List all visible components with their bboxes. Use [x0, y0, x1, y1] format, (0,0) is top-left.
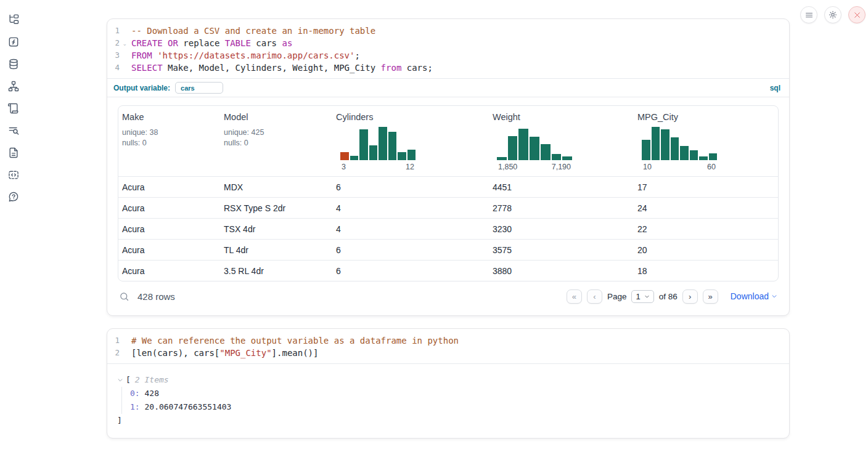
weight-histogram: 1,8507,190 — [497, 127, 572, 171]
histogram-bar[interactable] — [388, 132, 397, 160]
histogram-bar[interactable] — [340, 152, 349, 161]
table-row[interactable]: AcuraRSX Type S 2dr4277824 — [118, 197, 778, 218]
histogram-bar[interactable] — [661, 129, 669, 160]
column-mpg-city: MPG_City 1060 — [634, 112, 778, 171]
histogram-bar[interactable] — [508, 136, 518, 160]
histogram-bar[interactable] — [359, 129, 368, 160]
histogram-bar[interactable] — [690, 150, 698, 160]
histogram-bar[interactable] — [407, 150, 416, 160]
marimo-notebook: 1-- Download a CSV and create an in-memo… — [0, 0, 868, 449]
histogram-bar[interactable] — [709, 153, 718, 160]
histogram-bar[interactable] — [642, 140, 650, 160]
prev-page-button[interactable]: ‹ — [587, 289, 602, 304]
cylinders-histogram: 312 — [340, 127, 416, 171]
histogram-bar[interactable] — [518, 129, 528, 160]
sql-code-editor[interactable]: 1-- Download a CSV and create an in-memo… — [107, 19, 789, 78]
line-number: 1 — [107, 334, 126, 347]
table-row[interactable]: Acura3.5 RL 4dr6388018 — [118, 260, 778, 281]
histogram-bar[interactable] — [379, 127, 387, 160]
histogram-bar[interactable] — [552, 154, 562, 160]
histogram-bar[interactable] — [652, 127, 660, 160]
histogram-bar[interactable] — [530, 137, 539, 160]
scroll-icon[interactable] — [6, 101, 21, 116]
code-line[interactable]: 2⌄CREATE OR replace TABLE cars as — [107, 37, 789, 49]
table-row[interactable]: AcuraMDX6445117 — [118, 176, 778, 197]
page-select[interactable]: 1 — [631, 290, 653, 303]
code-token — [163, 38, 168, 48]
column-header-label[interactable]: Cylinders — [336, 112, 489, 122]
code-line[interactable]: 3FROM 'https://datasets.marimo.app/cars.… — [107, 49, 789, 62]
code-token: FROM — [131, 51, 152, 60]
code-token: [len(cars), cars[ — [131, 348, 219, 358]
column-weight: Weight 1,8507,190 — [489, 112, 634, 171]
table-row[interactable]: AcuraTL 4dr6357520 — [118, 239, 778, 260]
table-cell: Acura — [118, 245, 220, 255]
code-text: [len(cars), cars["MPG_City"].mean()] — [126, 347, 318, 359]
file-tree-icon[interactable] — [6, 12, 21, 27]
code-token: ].mean()] — [272, 348, 319, 358]
table-cell: 22 — [634, 224, 778, 234]
histogram-bar[interactable] — [680, 146, 689, 160]
code-line[interactable]: 2[len(cars), cars["MPG_City"].mean()] — [107, 347, 789, 359]
download-button[interactable]: Download — [731, 291, 777, 301]
code-line[interactable]: 1-- Download a CSV and create an in-memo… — [107, 25, 789, 37]
histogram-bar[interactable] — [497, 157, 507, 160]
search-button[interactable] — [119, 291, 129, 302]
settings-button[interactable] — [824, 6, 841, 23]
search-logs-icon[interactable] — [6, 123, 21, 138]
output-variable-label: Output variable: — [113, 84, 170, 92]
tree-entry: 1: 20.060747663551403 — [130, 400, 779, 414]
table-cell: Acura — [118, 203, 220, 213]
table-cell: Acura — [118, 182, 220, 192]
menu-button[interactable] — [800, 6, 817, 23]
first-page-button[interactable]: « — [567, 289, 582, 304]
close-x-icon — [853, 11, 861, 19]
histogram-bar[interactable] — [562, 156, 572, 160]
table-row[interactable]: AcuraTSX 4dr4323022 — [118, 218, 778, 239]
column-header-label[interactable]: Model — [224, 112, 332, 122]
table-cell: 18 — [634, 266, 778, 276]
output-variable-input[interactable] — [175, 82, 223, 94]
table-cell: Acura — [118, 224, 220, 234]
document-icon[interactable] — [6, 145, 21, 160]
column-header-label[interactable]: Weight — [493, 112, 634, 122]
code-line[interactable]: 1# We can reference the output variable … — [107, 334, 789, 347]
shutdown-button[interactable] — [848, 6, 866, 23]
function-icon[interactable] — [6, 34, 21, 49]
histogram-bar[interactable] — [541, 144, 551, 160]
table-cell: RSX Type S 2dr — [220, 203, 332, 213]
histogram-bar[interactable] — [398, 152, 406, 161]
line-number: 4 — [107, 62, 126, 74]
sidebar — [0, 0, 27, 449]
table-cell: 3880 — [489, 266, 634, 276]
table-cell: Acura — [118, 266, 220, 276]
table-cell: 20 — [634, 245, 778, 255]
tree-entries: 0: 428 1: 20.060747663551403 — [121, 387, 779, 414]
histogram-bars — [497, 127, 572, 160]
notebook-cells: 1-- Download a CSV and create an in-memo… — [107, 18, 790, 439]
table-footer: 428 rows « ‹ Page 1 of 86 › » Downl — [118, 285, 779, 307]
histogram-axis-labels: 1060 — [642, 163, 717, 171]
dependency-graph-icon[interactable] — [6, 79, 21, 94]
open-bracket: [ — [126, 373, 131, 387]
help-icon[interactable] — [6, 190, 21, 204]
tree-root: [ 2 Items — [117, 373, 779, 387]
histogram-bar[interactable] — [350, 156, 359, 160]
histogram-bar[interactable] — [699, 156, 708, 160]
database-icon[interactable] — [6, 57, 21, 71]
histogram-bar[interactable] — [671, 137, 679, 160]
column-header-label[interactable]: MPG_City — [637, 112, 778, 122]
table-cell: 6 — [332, 245, 489, 255]
snippets-icon[interactable] — [6, 168, 21, 182]
fold-chevron-icon[interactable]: ⌄ — [122, 38, 127, 50]
chevron-down-icon — [771, 293, 777, 299]
table-cell: 6 — [332, 182, 489, 192]
collapse-chevron-icon[interactable] — [117, 377, 123, 383]
line-number: 3 — [107, 49, 126, 62]
next-page-button[interactable]: › — [682, 289, 698, 304]
histogram-bar[interactable] — [369, 145, 378, 160]
column-header-label[interactable]: Make — [122, 112, 220, 122]
code-line[interactable]: 4SELECT Make, Model, Cylinders, Weight, … — [107, 62, 789, 74]
python-code-editor[interactable]: 1# We can reference the output variable … — [107, 329, 789, 363]
last-page-button[interactable]: » — [703, 289, 718, 304]
